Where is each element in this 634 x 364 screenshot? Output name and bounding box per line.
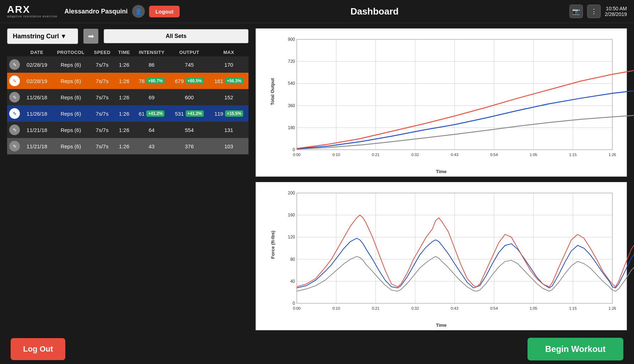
top-chart-x-label: Time: [436, 169, 447, 174]
cell-max-4: 131: [209, 122, 248, 138]
right-panel: Total Output Time 01803605407209000:000:…: [256, 28, 627, 330]
log-out-button[interactable]: Log Out: [11, 338, 65, 360]
cell-value: 161: [214, 78, 223, 84]
svg-text:160: 160: [288, 213, 295, 217]
edit-button-row-3[interactable]: ✎: [9, 108, 20, 119]
edit-button-row-4[interactable]: ✎: [9, 125, 20, 135]
table-row: ✎11/21/18Reps (6)7s/7s1:2664554131: [7, 122, 248, 138]
top-chart-y-label: Total Output: [270, 78, 275, 105]
cell-date-3: 11/26/18: [22, 105, 52, 122]
cell-max-1: 161+56.3%: [209, 73, 248, 89]
edit-button-row-1[interactable]: ✎: [9, 76, 20, 86]
header: ARX adaptive resistance exercise Alessan…: [0, 0, 634, 23]
svg-text:0:32: 0:32: [411, 153, 419, 157]
table-row: ✎11/21/18Reps (6)7s/7s1:2643376103: [7, 138, 248, 154]
time-label: 10:50 AM: [605, 6, 627, 11]
cell-time-3: 1:26: [115, 105, 134, 122]
all-sets-button[interactable]: All Sets: [104, 29, 248, 43]
menu-icon-button[interactable]: ⋮: [587, 5, 601, 18]
cell-speed-3: 7s/7s: [90, 105, 115, 122]
svg-text:1:15: 1:15: [569, 153, 576, 157]
svg-text:0:54: 0:54: [490, 153, 498, 157]
cell-max-3: 119+15.5%: [209, 105, 248, 122]
header-user-section: Alessandro Pasquini 👤 Logout: [65, 5, 180, 18]
cell-date-1: 02/28/19: [22, 73, 52, 89]
cell-output-1: 679+80.5%: [170, 73, 209, 89]
page-title: Dashboard: [180, 6, 569, 17]
table-row: ✎11/26/18Reps (6)7s/7s1:2669600152: [7, 89, 248, 105]
svg-text:720: 720: [288, 59, 295, 64]
svg-text:900: 900: [288, 37, 295, 42]
cell-output-4: 554: [170, 122, 209, 138]
svg-text:0:21: 0:21: [372, 306, 379, 310]
cell-value: 61: [139, 111, 145, 117]
edit-cell-4: ✎: [7, 122, 22, 138]
workout-table: DATE PROTOCOL SPEED TIME INTENSITY OUTPU…: [7, 48, 248, 154]
begin-workout-button[interactable]: Begin Workout: [528, 338, 623, 360]
edit-cell-1: ✎: [7, 73, 22, 89]
user-icon-button[interactable]: 👤: [132, 5, 145, 18]
cell-date-0: 02/28/19: [22, 56, 52, 73]
edit-button-row-5[interactable]: ✎: [9, 141, 20, 151]
bottom-chart-inner: 040801201602000:000:100:210:320:430:541:…: [281, 188, 619, 316]
col-intensity: INTENSITY: [134, 48, 170, 56]
svg-text:1:26: 1:26: [608, 306, 616, 310]
svg-text:0:32: 0:32: [411, 306, 419, 310]
cell-intensity-0: 86: [134, 56, 170, 73]
svg-text:80: 80: [290, 257, 295, 262]
logo-arx-text: ARX: [7, 5, 30, 15]
svg-text:540: 540: [288, 81, 295, 86]
cell-max-0: 170: [209, 56, 248, 73]
exercise-dropdown[interactable]: Hamstring Curl ▾: [7, 28, 78, 44]
svg-text:1:26: 1:26: [608, 153, 616, 157]
bottom-chart-container: Force (ft-lbs) Time 040801201602000:000:…: [256, 182, 627, 330]
header-right-section: 📷 ⋮ 10:50 AM 2/28/2019: [569, 5, 627, 18]
badge-green: +41.2%: [146, 110, 164, 117]
logo: ARX adaptive resistance exercise: [7, 5, 58, 18]
cell-value: 119: [214, 111, 223, 117]
top-chart-inner: 01803605407209000:000:100:210:320:430:54…: [281, 34, 619, 162]
col-max: MAX: [209, 48, 248, 56]
col-time: TIME: [115, 48, 134, 56]
cell-protocol-1: Reps (6): [52, 73, 90, 89]
username-label: Alessandro Pasquini: [65, 8, 128, 15]
cell-time-2: 1:26: [115, 89, 134, 105]
cell-time-1: 1:26: [115, 73, 134, 89]
cell-output-3: 531+41.2%: [170, 105, 209, 122]
svg-text:120: 120: [288, 235, 295, 239]
col-edit: [7, 48, 22, 56]
edit-cell-0: ✎: [7, 56, 22, 73]
badge-green: +80.5%: [186, 78, 204, 84]
table-row: ✎02/28/19Reps (6)7s/7s1:2686745170: [7, 56, 248, 73]
bottom-chart-svg: 040801201602000:000:100:210:320:430:541:…: [281, 188, 619, 316]
top-chart-svg: 01803605407209000:000:100:210:320:430:54…: [281, 34, 619, 162]
datetime-display: 10:50 AM 2/28/2019: [605, 6, 627, 17]
cell-protocol-2: Reps (6): [52, 89, 90, 105]
svg-text:200: 200: [288, 191, 295, 195]
cell-max-2: 152: [209, 89, 248, 105]
screenshot-icon-button[interactable]: 📷: [569, 5, 583, 18]
left-panel: Hamstring Curl ▾ ➡ All Sets DATE PROTOCO…: [7, 28, 248, 330]
svg-text:0:10: 0:10: [332, 306, 340, 310]
badge-green: +15.5%: [225, 110, 243, 117]
svg-text:1:15: 1:15: [569, 306, 576, 310]
col-output: OUTPUT: [170, 48, 209, 56]
cell-protocol-3: Reps (6): [52, 105, 90, 122]
cell-speed-1: 7s/7s: [90, 73, 115, 89]
cell-intensity-2: 69: [134, 89, 170, 105]
cell-output-0: 745: [170, 56, 209, 73]
cell-speed-5: 7s/7s: [90, 138, 115, 154]
edit-button-row-0[interactable]: ✎: [9, 59, 20, 70]
navigate-arrow-button[interactable]: ➡: [83, 29, 98, 44]
header-logout-button[interactable]: Logout: [149, 6, 180, 17]
edit-button-row-2[interactable]: ✎: [9, 92, 20, 103]
cell-date-2: 11/26/18: [22, 89, 52, 105]
cell-date-5: 11/21/18: [22, 138, 52, 154]
svg-text:0:00: 0:00: [293, 153, 300, 157]
cell-date-4: 11/21/18: [22, 122, 52, 138]
svg-text:0:43: 0:43: [451, 306, 458, 310]
cell-value: 531: [175, 111, 184, 117]
svg-text:360: 360: [288, 103, 295, 108]
svg-text:180: 180: [288, 125, 295, 130]
svg-text:0:21: 0:21: [372, 153, 379, 157]
